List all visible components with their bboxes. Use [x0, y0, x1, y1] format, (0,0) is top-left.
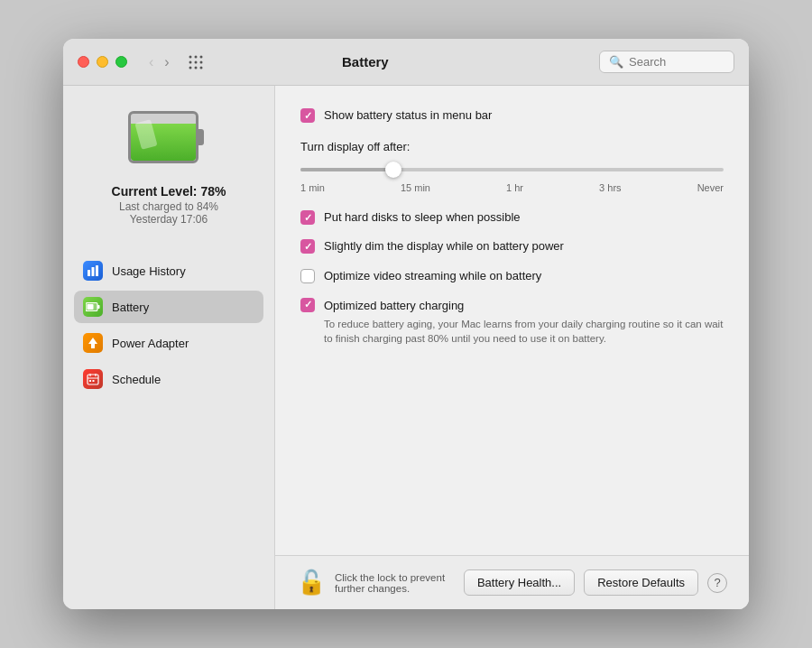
- optimize-video-row: Optimize video streaming while on batter…: [300, 268, 724, 284]
- tick-1-hr: 1 hr: [506, 182, 523, 193]
- lock-text-line1: Click the lock to prevent: [335, 572, 445, 583]
- svg-rect-16: [88, 375, 98, 384]
- right-panel: ✓ Show battery status in menu bar Turn d…: [275, 86, 749, 609]
- optimized-charging-sublabel: To reduce battery aging, your Mac learns…: [324, 317, 724, 346]
- battery-health-button[interactable]: Battery Health...: [464, 569, 575, 596]
- tick-1-min: 1 min: [300, 182, 325, 193]
- help-button[interactable]: ?: [707, 573, 727, 593]
- slider-track: [300, 168, 724, 171]
- search-icon: 🔍: [609, 55, 623, 69]
- battery-sidebar-icon: [83, 297, 103, 317]
- dim-display-label: Slightly dim the display while on batter…: [324, 238, 564, 255]
- dim-display-row: ✓ Slightly dim the display while on batt…: [300, 238, 724, 255]
- sidebar-item-usage-history[interactable]: Usage History: [74, 255, 263, 287]
- settings-section: ✓ Show battery status in menu bar Turn d…: [300, 107, 724, 358]
- svg-rect-20: [89, 380, 91, 382]
- restore-defaults-button[interactable]: Restore Defaults: [584, 569, 698, 596]
- svg-rect-11: [96, 265, 98, 276]
- sidebar-item-power-adapter-label: Power Adapter: [112, 337, 189, 350]
- display-off-slider-section: Turn display off after: 1 min 15 min 1 h…: [300, 140, 724, 193]
- window-title: Battery: [143, 54, 588, 69]
- main-content: Current Level: 78% Last charged to 84% Y…: [63, 86, 749, 609]
- tick-3-hrs: 3 hrs: [599, 182, 621, 193]
- checkmark-icon: ✓: [304, 111, 312, 121]
- svg-rect-21: [93, 380, 95, 382]
- lock-text-line2: further changes.: [335, 583, 445, 594]
- show-battery-status-checkbox[interactable]: ✓: [300, 108, 315, 123]
- battery-body: [128, 111, 198, 163]
- minimize-button[interactable]: [97, 56, 108, 68]
- checkmark-icon: ✓: [304, 242, 312, 252]
- search-box[interactable]: 🔍: [599, 51, 734, 73]
- sidebar: Current Level: 78% Last charged to 84% Y…: [63, 86, 275, 609]
- checkmark-icon: ✓: [304, 300, 312, 310]
- close-button[interactable]: [78, 56, 89, 68]
- optimized-charging-checkbox[interactable]: ✓: [300, 298, 315, 312]
- sidebar-item-battery-label: Battery: [112, 301, 149, 314]
- show-battery-status-row: ✓ Show battery status in menu bar: [300, 107, 724, 124]
- maximize-button[interactable]: [115, 56, 127, 68]
- battery-status-display: Current Level: 78% Last charged to 84% Y…: [74, 104, 263, 244]
- hard-disks-sleep-label: Put hard disks to sleep when possible: [324, 209, 521, 226]
- lock-icon[interactable]: 🔓: [297, 569, 326, 597]
- hard-disks-sleep-checkbox[interactable]: ✓: [300, 210, 315, 225]
- optimized-charging-label: Optimized battery charging: [324, 299, 464, 312]
- optimized-charging-row: ✓ Optimized battery charging To reduce b…: [300, 297, 724, 346]
- tick-15-min: 15 min: [401, 182, 430, 193]
- sidebar-item-battery[interactable]: Battery: [74, 291, 263, 323]
- usage-history-icon: [83, 261, 103, 281]
- slider-ticks: 1 min 15 min 1 hr 3 hrs Never: [300, 182, 724, 193]
- slider-track-wrap: [300, 161, 724, 179]
- svg-rect-9: [88, 270, 90, 276]
- svg-marker-15: [88, 338, 97, 348]
- sidebar-item-schedule-label: Schedule: [112, 373, 161, 386]
- titlebar: ‹ › Battery 🔍: [63, 39, 749, 86]
- slider-thumb[interactable]: [385, 162, 401, 178]
- display-off-label: Turn display off after:: [300, 140, 724, 153]
- svg-rect-13: [97, 305, 100, 309]
- optimize-video-label: Optimize video streaming while on batter…: [324, 268, 541, 284]
- optimize-video-checkbox[interactable]: [300, 269, 315, 283]
- sidebar-item-power-adapter[interactable]: Power Adapter: [74, 327, 263, 359]
- last-charged-label: Last charged to 84%: [119, 200, 218, 213]
- traffic-lights: [78, 56, 127, 68]
- svg-rect-10: [92, 267, 95, 276]
- search-input[interactable]: [629, 55, 724, 69]
- battery-tip: [198, 129, 204, 145]
- svg-rect-14: [88, 304, 94, 310]
- dim-display-checkbox[interactable]: ✓: [300, 239, 315, 254]
- hard-disks-sleep-row: ✓ Put hard disks to sleep when possible: [300, 209, 724, 226]
- show-battery-status-label: Show battery status in menu bar: [324, 107, 492, 124]
- bottom-bar: 🔓 Click the lock to prevent further chan…: [275, 555, 749, 609]
- battery-illustration: [128, 104, 209, 171]
- bottom-buttons: Battery Health... Restore Defaults ?: [464, 569, 727, 596]
- last-charged-date: Yesterday 17:06: [130, 213, 208, 226]
- system-preferences-window: ‹ › Battery 🔍: [63, 39, 749, 609]
- schedule-icon: [83, 369, 103, 389]
- slider-fill: [300, 168, 393, 171]
- current-level-label: Current Level: 78%: [112, 184, 226, 199]
- sidebar-item-schedule[interactable]: Schedule: [74, 363, 263, 395]
- sidebar-item-usage-history-label: Usage History: [112, 264, 186, 278]
- lock-section: 🔓 Click the lock to prevent further chan…: [297, 569, 445, 597]
- power-adapter-icon: [83, 333, 103, 353]
- checkmark-icon: ✓: [304, 213, 312, 223]
- tick-never: Never: [697, 182, 724, 193]
